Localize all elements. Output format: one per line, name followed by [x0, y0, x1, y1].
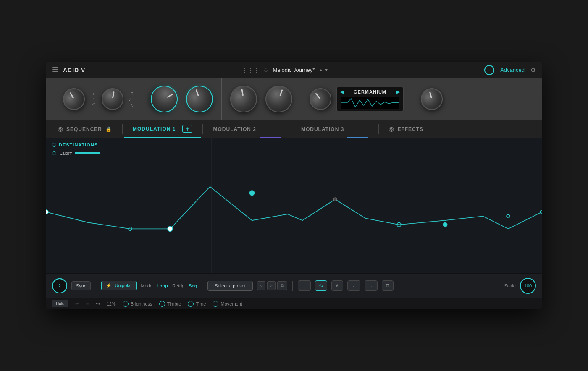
movement-param: Movement [213, 301, 242, 307]
tab-sep-3 [291, 124, 291, 134]
brightness-param: Brightness [123, 301, 152, 307]
knob-master-body[interactable] [418, 86, 445, 112]
waveform-display [341, 97, 399, 109]
timbre-param: Timbre [159, 301, 181, 307]
brightness-icon [123, 301, 129, 307]
sequencer-label: SEQUENCER [66, 126, 102, 132]
knob-drive-body[interactable] [305, 84, 336, 114]
knob-filter-res [186, 86, 213, 112]
retrig-label: Retrig [172, 283, 184, 288]
knob-amp-2 [265, 86, 292, 112]
effect-next-btn[interactable]: ▶ [396, 89, 400, 95]
mod1-add-btn[interactable]: + [182, 125, 192, 133]
top-bar: ☰ ACID V ⋮⋮⋮ ♡ Melodic Journey* ▲ ▼ Adva… [46, 62, 542, 78]
brightness-label: Brightness [131, 301, 152, 306]
lfo-container: DESTINATIONS Cutoff [46, 138, 542, 273]
mod3-line [347, 137, 368, 138]
undo-icon[interactable]: ↩ [75, 301, 79, 307]
timbre-icon [159, 301, 165, 307]
lock-icon: 🔒 [105, 126, 112, 132]
knob-filter-res-body[interactable] [182, 82, 217, 116]
wave-minus1: -1 [92, 97, 95, 101]
wave-tri-btn[interactable]: ∧ [331, 280, 343, 291]
waveform-selector: 0 -1 -2 [92, 92, 95, 106]
power-circle[interactable] [484, 65, 494, 75]
heart-icon[interactable]: ♡ [263, 67, 269, 73]
sep-1 [96, 281, 96, 291]
redo-icon[interactable]: ↪ [96, 301, 100, 307]
effect-prev-btn[interactable]: ◀ [340, 89, 344, 95]
advanced-label[interactable]: Advanced [500, 67, 525, 73]
scale-label: Scale [504, 283, 516, 288]
knob-filter-cutoff-body[interactable] [146, 81, 182, 117]
knob-filter-cutoff [151, 86, 178, 112]
dest-power-icon [52, 143, 56, 147]
top-bar-center: ⋮⋮⋮ ♡ Melodic Journey* ▲ ▼ [90, 67, 479, 73]
bars-icon[interactable]: ⋮⋮⋮ [242, 67, 259, 73]
lfo-point-3 [249, 191, 255, 196]
osc-section-1: 0 -1 -2 ⊓ ∕ ∿ [55, 78, 142, 120]
tab-mod3[interactable]: MODULATION 3 [293, 120, 377, 138]
effect-nav: ◀ GERMANIUM ▶ [340, 89, 400, 95]
unipolar-icon: ⚡ [106, 283, 112, 288]
effects-power-icon: ⏻ [389, 127, 394, 132]
knob-osc1-wave-body[interactable] [100, 86, 125, 112]
dest-cutoff-bar [75, 152, 100, 154]
time-icon [188, 301, 194, 307]
tab-mod2[interactable]: MODULATION 2 [205, 120, 289, 138]
nav-next-btn[interactable]: > [267, 281, 276, 290]
mod2-label: MODULATION 2 [213, 126, 256, 132]
knob-osc1-main-body[interactable] [59, 84, 89, 114]
menu-icon[interactable]: ☰ [52, 66, 58, 74]
wave-flat-btn[interactable]: — [298, 280, 311, 291]
mod1-label: MODULATION 1 [133, 126, 176, 132]
sync-button[interactable]: Sync [71, 281, 91, 290]
wave-sine: ∿ [130, 103, 134, 107]
lfo-point-0 [46, 210, 48, 214]
master-section [412, 78, 451, 120]
mod2-line [260, 137, 281, 138]
unipolar-label: Unipolar [115, 283, 132, 288]
scale-knob[interactable]: 100 [520, 278, 536, 294]
copy-btn[interactable]: ⧉ [277, 281, 287, 290]
hold-button[interactable]: Hold [52, 300, 68, 307]
scale-value: 100 [524, 283, 532, 288]
wave-sine-btn[interactable]: ∿ [315, 280, 327, 291]
destinations-label: DESTINATIONS [59, 142, 98, 147]
time-param: Time [188, 301, 206, 307]
next-preset-arrow[interactable]: ▼ [324, 68, 328, 72]
knob-amp-1-body[interactable] [228, 84, 259, 115]
bottom-controls: 2 Sync ⚡ Unipolar Mode Loop Retrig Seq S… [46, 273, 542, 298]
gear-icon[interactable]: ⚙ [530, 67, 536, 73]
destinations-title: DESTINATIONS [52, 142, 116, 147]
sep-2 [202, 281, 202, 291]
dest-item-cutoff: Cutoff [52, 151, 116, 156]
tab-mod1[interactable]: MODULATION 1 + [124, 120, 201, 138]
tab-bar: ⏻ SEQUENCER 🔒 MODULATION 1 + MODULATION … [46, 120, 542, 138]
mod3-label: MODULATION 3 [301, 126, 344, 132]
wave-square-btn[interactable]: ⊓ [382, 280, 394, 291]
unipolar-button[interactable]: ⚡ Unipolar [101, 281, 136, 290]
tab-sequencer[interactable]: ⏻ SEQUENCER 🔒 [50, 120, 121, 138]
mode-label: Mode [141, 283, 153, 288]
list-icon[interactable]: ≡ [86, 301, 89, 307]
tab-effects[interactable]: ⏻ EFFECTS [381, 120, 432, 138]
movement-icon [213, 301, 218, 307]
lfo-point-7 [507, 214, 510, 218]
sep-3 [292, 281, 293, 291]
mode-value[interactable]: Loop [157, 283, 168, 288]
dest-cutoff-label: Cutoff [60, 151, 72, 156]
seq-value[interactable]: Seq [189, 283, 197, 288]
knob-drive [310, 88, 331, 110]
wave-ramp-btn[interactable]: ⟋ [347, 280, 360, 291]
steps-knob[interactable]: 2 [52, 278, 67, 293]
waveform-svg [341, 97, 399, 109]
select-preset-button[interactable]: Select a preset [207, 281, 252, 291]
wave-saw-btn[interactable]: ⟍ [365, 280, 378, 291]
knob-osc1-wave [102, 88, 123, 110]
nav-prev-btn[interactable]: < [257, 281, 265, 290]
wave-0: 0 [92, 92, 95, 96]
prev-preset-arrow[interactable]: ▲ [319, 68, 323, 72]
knob-amp-2-body[interactable] [262, 82, 296, 116]
wave-shapes: ⊓ ∕ ∿ [130, 91, 134, 107]
